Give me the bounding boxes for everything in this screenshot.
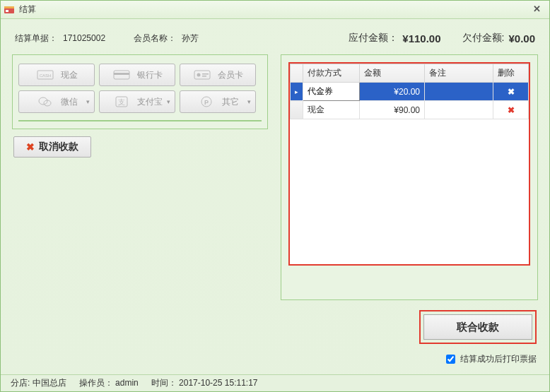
chevron-down-icon: ▾	[167, 98, 170, 105]
svg-rect-10	[202, 76, 206, 77]
pay-bank-button[interactable]: 银行卡	[99, 64, 175, 86]
order-value: 171025002	[63, 33, 105, 43]
pay-cash-label: 现金	[61, 69, 78, 81]
membercard-icon	[192, 68, 212, 82]
app-icon	[4, 4, 15, 16]
header-row: 结算单据： 171025002 会员名称： 孙芳 应付金额： ¥110.00 欠…	[1, 19, 549, 54]
pay-cash-button[interactable]: CASH 现金	[18, 64, 95, 86]
cell-amount: ¥90.00	[360, 101, 425, 119]
pay-alipay-label: 支付宝	[137, 96, 163, 108]
col-remark: 备注	[425, 64, 493, 83]
row-delete-button[interactable]: ✖	[493, 101, 529, 119]
cell-method: 代金券	[303, 83, 360, 101]
close-icon: ✖	[26, 141, 35, 153]
cell-method: 现金	[303, 101, 360, 119]
other-pay-icon: P	[197, 95, 216, 109]
svg-text:CASH: CASH	[40, 73, 52, 78]
svg-point-11	[39, 97, 47, 105]
print-receipt-label: 结算成功后打印票据	[460, 353, 537, 365]
pay-alipay-button[interactable]: 支 支付宝 ▾	[99, 90, 175, 113]
table-row[interactable]: 现金 ¥90.00 ✖	[291, 101, 529, 119]
svg-text:P: P	[204, 99, 209, 106]
alipay-icon: 支	[112, 95, 131, 109]
pay-member-label: 会员卡	[218, 69, 243, 81]
pay-bank-label: 银行卡	[137, 69, 163, 81]
settlement-window: 结算 ✕ 结算单据： 171025002 会员名称： 孙芳 应付金额： ¥110…	[0, 0, 550, 392]
bankcard-icon	[112, 68, 131, 82]
pay-wechat-button[interactable]: 微信 ▾	[18, 90, 95, 113]
window-title: 结算	[19, 4, 36, 16]
owed-label: 欠付金额:	[462, 32, 505, 44]
order-label: 结算单据：	[15, 32, 57, 44]
cash-icon: CASH	[35, 68, 55, 82]
wechat-icon	[35, 95, 55, 109]
svg-point-8	[197, 73, 201, 77]
pay-member-button[interactable]: 会员卡	[180, 64, 256, 86]
payments-grid-wrap: 付款方式 金额 备注 删除 ▸ 代金券 ¥20.00	[288, 62, 530, 266]
cancel-label: 取消收款	[39, 141, 78, 153]
cell-remark	[425, 83, 493, 101]
svg-text:支: 支	[118, 98, 125, 106]
member-value: 孙芳	[182, 32, 199, 44]
svg-rect-2	[6, 10, 8, 12]
print-row: 结算成功后打印票据	[281, 344, 538, 366]
svg-rect-6	[114, 73, 129, 75]
svg-rect-7	[194, 71, 210, 79]
action-row: 联合收款	[281, 300, 538, 344]
pay-other-button[interactable]: P 其它 ▾	[180, 90, 256, 113]
row-indicator-icon: ▸	[291, 83, 303, 101]
svg-rect-9	[202, 73, 209, 75]
col-method: 付款方式	[303, 64, 360, 83]
combine-highlight: 联合收款	[419, 310, 537, 344]
table-row[interactable]: ▸ 代金券 ¥20.00 ✖	[291, 83, 529, 101]
content: 结算单据： 171025002 会员名称： 孙芳 应付金额： ¥110.00 欠…	[1, 19, 549, 374]
close-button[interactable]: ✕	[527, 4, 546, 16]
pay-other-label: 其它	[222, 96, 239, 108]
owed-value: ¥0.00	[508, 32, 535, 44]
pay-wechat-label: 微信	[61, 96, 78, 108]
left-panel: CASH 现金 银行卡 会员卡 微信	[12, 54, 268, 129]
row-indicator-icon	[291, 101, 303, 119]
titlebar: 结算 ✕	[1, 1, 549, 19]
statusbar: 分店: 中国总店 操作员： admin 时间： 2017-10-25 15:11…	[1, 374, 549, 391]
left-column: CASH 现金 银行卡 会员卡 微信	[12, 54, 268, 366]
chevron-down-icon: ▾	[247, 98, 251, 105]
member-label: 会员名称：	[134, 32, 176, 44]
row-delete-button[interactable]: ✖	[493, 83, 529, 101]
payments-grid: 付款方式 金额 备注 删除 ▸ 代金券 ¥20.00	[290, 64, 529, 119]
due-label: 应付金额：	[349, 32, 398, 44]
right-panel: 付款方式 金额 备注 删除 ▸ 代金券 ¥20.00	[281, 54, 538, 300]
main-row: CASH 现金 银行卡 会员卡 微信	[1, 54, 549, 374]
print-receipt-checkbox[interactable]	[446, 355, 455, 364]
status-branch: 分店: 中国总店	[11, 377, 66, 389]
grid-rowhead	[291, 64, 303, 83]
left-list-area	[18, 120, 262, 121]
chevron-down-icon: ▾	[86, 98, 90, 105]
status-operator: 操作员： admin	[79, 377, 139, 389]
col-amount: 金额	[360, 64, 425, 83]
pay-buttons: CASH 现金 银行卡 会员卡 微信	[18, 61, 262, 119]
cancel-payment-button[interactable]: ✖ 取消收款	[13, 136, 91, 158]
cell-remark	[425, 101, 493, 119]
col-delete: 删除	[493, 64, 529, 83]
status-time: 时间： 2017-10-25 15:11:17	[151, 377, 258, 389]
due-value: ¥110.00	[402, 32, 440, 44]
combine-label: 联合收款	[457, 321, 499, 334]
right-column: 付款方式 金额 备注 删除 ▸ 代金券 ¥20.00	[281, 54, 538, 366]
combine-payment-button[interactable]: 联合收款	[423, 314, 532, 340]
cell-amount: ¥20.00	[360, 83, 425, 101]
svg-rect-1	[4, 6, 14, 8]
